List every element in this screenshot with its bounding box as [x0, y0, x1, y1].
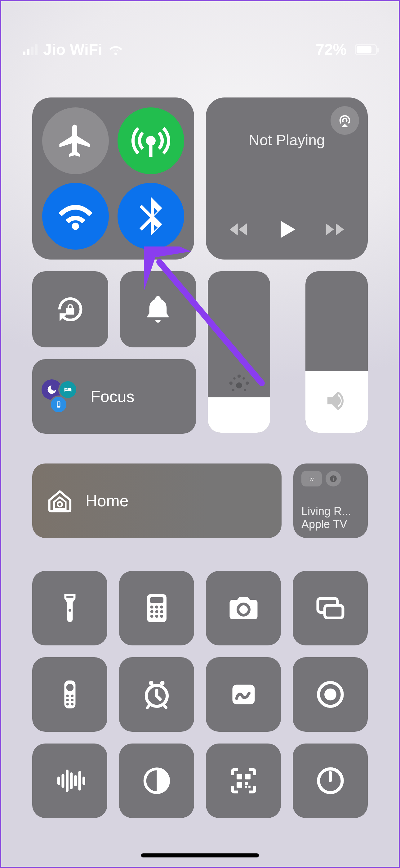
camera-button[interactable] [206, 571, 281, 645]
wifi-status-icon [108, 44, 124, 56]
flashlight-icon [53, 591, 87, 625]
svg-point-16 [150, 606, 153, 609]
screen-mirroring-icon [313, 591, 347, 625]
antenna-icon [131, 121, 170, 160]
svg-point-34 [71, 703, 73, 705]
remote-icon [53, 678, 87, 711]
svg-point-6 [233, 377, 236, 380]
tv-remote-button[interactable] [32, 657, 107, 732]
home-icon [46, 487, 74, 515]
airplane-mode-toggle[interactable] [42, 107, 109, 174]
apple-tv-remote-tile[interactable]: tv Living R... Apple TV [293, 464, 368, 538]
svg-point-7 [242, 377, 245, 380]
sound-recognition-button[interactable] [32, 744, 107, 818]
wifi-toggle[interactable] [42, 183, 109, 250]
freeform-icon [227, 678, 261, 711]
home-button[interactable]: Home [32, 464, 281, 538]
svg-point-30 [71, 694, 73, 697]
battery-percent: 72% [316, 41, 347, 59]
status-right: 72% [316, 41, 377, 59]
remote-line1: Living R... [301, 505, 360, 518]
wifi-icon [56, 197, 95, 236]
svg-point-2 [236, 382, 242, 389]
connectivity-module[interactable] [32, 97, 194, 259]
focus-button[interactable]: Focus [32, 359, 196, 434]
svg-point-10 [58, 502, 62, 507]
svg-point-28 [66, 684, 73, 691]
svg-rect-26 [325, 606, 343, 618]
brightness-dots [225, 374, 253, 393]
svg-rect-1 [58, 402, 60, 406]
svg-point-4 [245, 381, 249, 385]
alarm-button[interactable] [119, 657, 194, 732]
svg-rect-53 [248, 786, 251, 788]
svg-point-20 [155, 610, 158, 613]
carrier-label: Jio WiFi [43, 41, 102, 59]
svg-point-17 [155, 606, 158, 609]
svg-point-21 [160, 610, 163, 613]
fast-forward-icon [323, 217, 347, 242]
remote-line2: Apple TV [301, 518, 360, 531]
screen-mirroring-button[interactable] [293, 571, 368, 645]
fast-forward-button[interactable] [323, 217, 347, 243]
row-connectivity-media: Not Playing [32, 97, 368, 259]
moon-icon [46, 384, 57, 395]
svg-point-3 [229, 381, 233, 385]
svg-point-36 [149, 681, 153, 685]
svg-rect-12 [333, 478, 334, 481]
svg-point-13 [333, 476, 334, 477]
svg-point-9 [244, 389, 246, 392]
svg-rect-54 [245, 786, 247, 788]
svg-point-19 [150, 610, 153, 613]
svg-point-8 [232, 389, 234, 392]
dark-mode-icon [140, 764, 174, 798]
control-center: Jio WiFi 72% [1, 1, 399, 867]
focus-label: Focus [91, 387, 135, 406]
svg-point-29 [66, 694, 69, 697]
airplay-button[interactable] [331, 106, 359, 135]
row-toggles-sliders: Focus [32, 271, 368, 434]
status-bar: Jio WiFi 72% [1, 1, 399, 69]
svg-point-24 [160, 615, 163, 618]
media-title: Not Playing [216, 132, 358, 149]
svg-rect-50 [245, 774, 250, 779]
volume-slider[interactable] [305, 271, 368, 433]
content: Not Playing [32, 97, 368, 842]
home-label: Home [86, 491, 129, 510]
freeform-button[interactable] [206, 657, 281, 732]
device-icon [55, 400, 63, 408]
screen-record-button[interactable] [293, 657, 368, 732]
tile-grid [32, 571, 368, 818]
timer-button[interactable] [293, 744, 368, 818]
silent-toggle[interactable] [120, 271, 196, 347]
svg-point-18 [160, 606, 163, 609]
svg-point-23 [155, 615, 158, 618]
dark-mode-button[interactable] [119, 744, 194, 818]
play-icon [272, 215, 301, 244]
svg-rect-38 [232, 685, 255, 704]
focus-icons [41, 379, 82, 413]
svg-point-32 [71, 699, 73, 701]
rewind-button[interactable] [227, 217, 251, 243]
rotation-lock-toggle[interactable] [32, 271, 108, 347]
play-button[interactable] [272, 215, 301, 245]
qr-scan-button[interactable] [206, 744, 281, 818]
screen-record-icon [313, 678, 347, 711]
airplay-icon [337, 113, 353, 128]
battery-icon [352, 44, 377, 55]
cellular-data-toggle[interactable] [118, 107, 184, 174]
bluetooth-toggle[interactable] [118, 183, 184, 250]
flashlight-button[interactable] [32, 571, 107, 645]
sound-wave-icon [53, 764, 87, 798]
alarm-clock-icon [140, 678, 174, 711]
svg-rect-15 [150, 597, 163, 603]
info-chip-icon [326, 471, 341, 487]
rewind-icon [227, 217, 251, 242]
brightness-slider[interactable] [208, 271, 270, 433]
row-home-remote: Home tv Living R... Apple TV [32, 464, 368, 538]
calculator-button[interactable] [119, 571, 194, 645]
svg-point-22 [150, 615, 153, 618]
rotation-lock-icon [54, 293, 86, 326]
media-module[interactable]: Not Playing [206, 97, 368, 259]
qr-icon [227, 764, 261, 798]
